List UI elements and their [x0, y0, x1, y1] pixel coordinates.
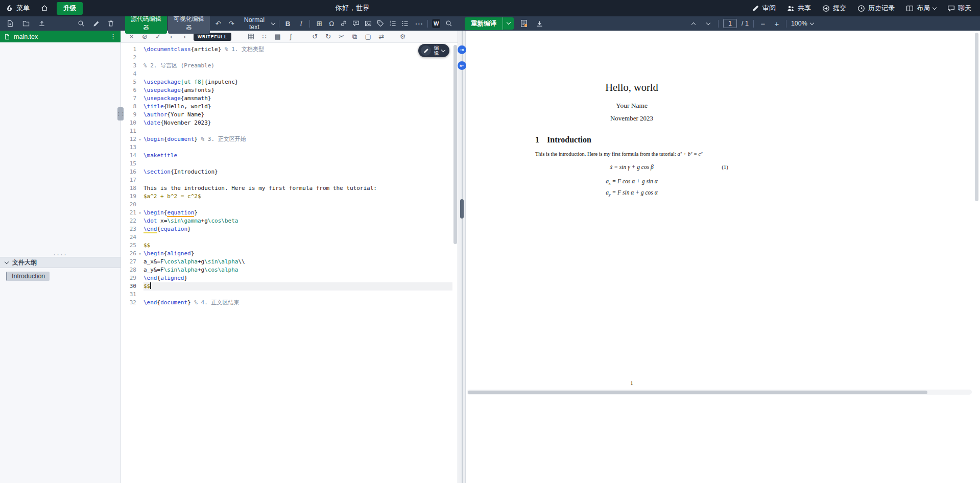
page-number-input[interactable]: [723, 19, 737, 28]
sync-to-code-button[interactable]: ⇤: [458, 61, 466, 70]
paste-icon[interactable]: ▢: [364, 32, 372, 41]
redo-icon[interactable]: ↷: [227, 18, 236, 29]
code-line-content[interactable]: \documentclass{article} % 1. 文档类型: [144, 45, 452, 54]
compile-log-icon[interactable]: [519, 18, 529, 29]
more-tools-button[interactable]: ⋯: [414, 18, 423, 29]
undo-icon[interactable]: ↺: [310, 32, 319, 41]
outline-resize-handle[interactable]: ····: [0, 251, 121, 257]
code-line-content[interactable]: \dot x=\sin\gamma+g\cos\beta: [144, 217, 452, 225]
code-line-content[interactable]: % 2. 导言区 (Preamble): [144, 62, 452, 70]
pdf-horizontal-scrollbar-thumb[interactable]: [468, 391, 927, 394]
delete-icon[interactable]: [106, 18, 116, 29]
fold-caret-icon[interactable]: ▾: [136, 250, 144, 258]
new-folder-icon[interactable]: [21, 18, 31, 29]
code-line-27[interactable]: 27a_x&=F\cos\alpha+g\sin\alpha\\: [121, 258, 452, 266]
code-line-9[interactable]: 9\author{Your Name}: [121, 111, 452, 119]
code-line-content[interactable]: \maketitle: [144, 152, 452, 160]
swap-icon[interactable]: ⇄: [377, 32, 386, 41]
code-line-content[interactable]: [144, 70, 452, 78]
fold-caret-icon[interactable]: ▾: [136, 209, 144, 217]
file-outline-header[interactable]: 文件大纲: [0, 257, 121, 268]
code-line-28[interactable]: 28a_y&=F\sin\alpha+g\cos\alpha: [121, 266, 452, 274]
undo-icon[interactable]: ↶: [214, 18, 223, 29]
code-line-26[interactable]: 26▾\begin{aligned}: [121, 250, 452, 258]
code-line-20[interactable]: 20: [121, 201, 452, 209]
insert-figure-icon[interactable]: [363, 18, 373, 29]
editor-scrollbar[interactable]: [452, 44, 458, 483]
editor-search-icon[interactable]: [444, 18, 453, 29]
paragraph-style-dropdown[interactable]: Normal text: [240, 16, 275, 31]
header-action-share[interactable]: 共享: [781, 0, 817, 16]
code-line-7[interactable]: 7\usepackage{amsmath}: [121, 94, 452, 103]
code-line-19[interactable]: 19$a^2 + b^2 = c^2$: [121, 192, 452, 201]
header-action-history[interactable]: 历史记录: [852, 0, 900, 16]
numbered-list-icon[interactable]: [388, 18, 398, 29]
code-line-content[interactable]: [144, 233, 452, 242]
zoom-level-dropdown[interactable]: 100%: [791, 20, 814, 27]
code-line-23[interactable]: 23\end{equation}: [121, 225, 452, 233]
equation-tool-icon[interactable]: ∫: [286, 32, 295, 41]
cut-icon[interactable]: ✂: [337, 32, 346, 41]
code-line-22[interactable]: 22\dot x=\sin\gamma+g\cos\beta: [121, 217, 452, 225]
fold-caret-icon[interactable]: ▾: [136, 135, 144, 143]
code-line-content[interactable]: \author{Your Name}: [144, 111, 452, 119]
code-line-content[interactable]: \usepackage{amsfonts}: [144, 86, 452, 94]
code-line-content[interactable]: \end{equation}: [144, 225, 452, 233]
code-line-4[interactable]: 4: [121, 70, 452, 78]
notes-tool-icon[interactable]: ▤: [273, 32, 282, 41]
code-line-content[interactable]: a_y&=F\sin\alpha+g\cos\alpha: [144, 266, 452, 274]
divider-grip[interactable]: [460, 199, 464, 219]
code-editor[interactable]: 1\documentclass{article} % 1. 文档类型23% 2.…: [121, 43, 452, 483]
table-generator-icon[interactable]: [247, 32, 255, 41]
code-line-24[interactable]: 24: [121, 233, 452, 242]
code-line-content[interactable]: $a^2 + b^2 = c^2$: [144, 192, 452, 201]
insert-label-icon[interactable]: [375, 18, 386, 29]
code-line-11[interactable]: 11: [121, 127, 452, 135]
code-line-content[interactable]: $$: [144, 242, 452, 250]
code-line-content[interactable]: \begin{equation}: [144, 209, 452, 217]
file-tree-item-main-tex[interactable]: main.tex ⋮: [0, 31, 121, 42]
code-line-content[interactable]: \usepackage[ut f8]{inputenc}: [144, 78, 452, 86]
code-line-8[interactable]: 8\title{Hello, world}: [121, 103, 452, 111]
code-line-31[interactable]: 31: [121, 291, 452, 299]
visual-editor-button[interactable]: 可视化编辑器: [168, 13, 210, 34]
header-action-layout[interactable]: 布局: [900, 0, 942, 16]
home-button[interactable]: [35, 0, 54, 16]
writefull-toggle-icon[interactable]: W: [432, 19, 440, 28]
redo-icon[interactable]: ↻: [324, 32, 332, 41]
zoom-out-button[interactable]: −: [758, 18, 768, 29]
previous-page-button[interactable]: [688, 18, 699, 29]
code-line-content[interactable]: [144, 127, 452, 135]
header-action-chat[interactable]: 聊天: [942, 0, 977, 16]
editor-pdf-divider[interactable]: ⇥ ⇤: [458, 31, 466, 483]
file-menu-icon[interactable]: ⋮: [110, 33, 116, 40]
download-pdf-icon[interactable]: [534, 18, 544, 29]
next-page-button[interactable]: [703, 18, 713, 29]
sync-to-pdf-button[interactable]: ⇥: [458, 45, 466, 54]
matrix-tool-icon[interactable]: ∷: [260, 32, 269, 41]
upgrade-button[interactable]: 升级: [57, 2, 83, 15]
outline-item-introduction[interactable]: Introduction: [6, 272, 50, 281]
header-action-review[interactable]: 审阅: [747, 0, 781, 16]
code-line-13[interactable]: 13: [121, 143, 452, 152]
code-line-content[interactable]: [144, 201, 452, 209]
code-line-12[interactable]: 12▾\begin{document} % 3. 正文区开始: [121, 135, 452, 143]
file-tree-empty-area[interactable]: [0, 42, 121, 251]
code-line-5[interactable]: 5\usepackage[ut f8]{inputenc}: [121, 78, 452, 86]
source-editor-button[interactable]: 源代码编辑器: [125, 13, 167, 34]
header-action-submit[interactable]: 提交: [817, 0, 852, 16]
bulleted-list-icon[interactable]: [400, 18, 410, 29]
code-line-content[interactable]: \usepackage{amsmath}: [144, 94, 452, 103]
code-line-6[interactable]: 6\usepackage{amsfonts}: [121, 86, 452, 94]
code-line-content[interactable]: \begin{aligned}: [144, 250, 452, 258]
insert-link-icon[interactable]: [339, 18, 349, 29]
code-line-10[interactable]: 10\date{November 2023}: [121, 119, 452, 127]
zoom-in-button[interactable]: +: [772, 18, 781, 29]
code-line-16[interactable]: 16\section{Introduction}: [121, 168, 452, 176]
insert-symbol-icon[interactable]: Ω: [326, 18, 337, 29]
insert-table-icon[interactable]: ⊞: [314, 18, 324, 29]
code-line-content[interactable]: This is the introduction. Here is my fir…: [144, 184, 452, 192]
review-mode-pill[interactable]: 编辑: [418, 44, 449, 57]
code-line-content[interactable]: $$: [144, 282, 452, 291]
code-line-17[interactable]: 17: [121, 176, 452, 184]
